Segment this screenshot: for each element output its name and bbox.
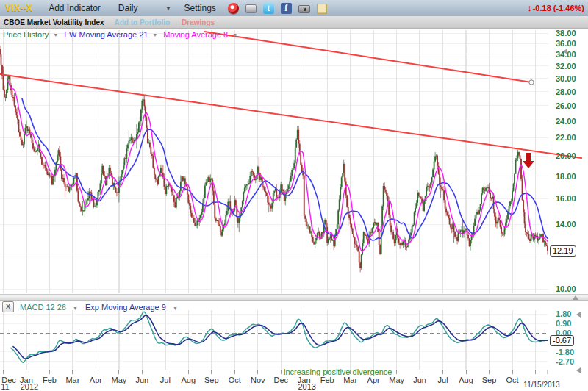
macd-close-button[interactable]: X xyxy=(2,301,14,312)
svg-text:18.00: 18.00 xyxy=(556,172,576,181)
toolbar-icons: t f xyxy=(228,3,327,14)
period-select[interactable]: Daily xyxy=(118,3,138,13)
svg-text:2013: 2013 xyxy=(298,382,315,391)
svg-text:Sep: Sep xyxy=(482,376,497,384)
svg-text:-2.70: -2.70 xyxy=(556,357,574,366)
svg-text:Aug: Aug xyxy=(459,376,473,384)
pane-divider[interactable] xyxy=(0,294,588,301)
last-price-box: 12.19 xyxy=(550,245,576,257)
macd-dropdown[interactable]: MACD 12 26 ▼ xyxy=(20,303,78,312)
ma8-caret-icon: ▼ xyxy=(232,32,237,37)
svg-text:16.00: 16.00 xyxy=(556,194,576,203)
svg-text:Mar: Mar xyxy=(343,376,357,384)
macd-label: MACD 12 26 xyxy=(20,303,66,312)
scroll-left3-icon[interactable] xyxy=(576,367,581,373)
period-caret-icon[interactable]: ▼ xyxy=(166,6,171,11)
scroll-left2-icon[interactable] xyxy=(576,312,581,318)
svg-text:Feb: Feb xyxy=(320,376,334,384)
svg-text:10.00: 10.00 xyxy=(556,284,576,293)
svg-text:28.00: 28.00 xyxy=(556,87,576,96)
scroll-left-icon[interactable] xyxy=(563,49,567,54)
price-chart-canvas[interactable]: 38.0036.0034.0032.0030.0028.0026.0024.00… xyxy=(0,0,588,391)
add-indicator-button[interactable]: Add Indicator xyxy=(49,3,101,13)
camera-icon[interactable] xyxy=(298,5,310,13)
svg-text:Jul: Jul xyxy=(438,376,448,384)
ma21-dropdown[interactable]: FW Moving Average 21 ▼ xyxy=(64,30,157,39)
macd-signal-caret-icon: ▼ xyxy=(173,306,178,311)
svg-text:11/15/2013: 11/15/2013 xyxy=(523,381,560,389)
svg-text:Jun: Jun xyxy=(413,376,426,384)
svg-text:2012: 2012 xyxy=(21,382,38,391)
ma8-label: Moving Average 8 xyxy=(163,30,228,39)
ma21-caret-icon: ▼ xyxy=(152,32,157,37)
alarm-clock-icon[interactable] xyxy=(228,3,239,14)
svg-text:38.00: 38.00 xyxy=(556,29,576,37)
svg-text:24.00: 24.00 xyxy=(556,117,576,126)
chart-legend: Price History ▼ FW Moving Average 21 ▼ M… xyxy=(3,30,243,39)
svg-text:Apr: Apr xyxy=(368,376,380,384)
change-value: -0.18 (-1.46%) xyxy=(533,4,584,12)
settings-button[interactable]: Settings xyxy=(184,3,215,13)
symbol-description: CBOE Market Volatility Index xyxy=(4,18,104,26)
charting-app-window: { "toolbar": { "symbol": "VIX--X", "add_… xyxy=(0,0,588,391)
svg-text:Dec: Dec xyxy=(273,376,288,384)
macd-signal-dropdown[interactable]: Exp Moving Average 9 ▼ xyxy=(82,303,178,312)
macd-signal-label: Exp Moving Average 9 xyxy=(85,303,166,312)
scroll-up-icon[interactable] xyxy=(573,295,578,300)
svg-text:Apr: Apr xyxy=(90,376,102,384)
svg-text:-1.80: -1.80 xyxy=(556,348,574,356)
svg-text:26.00: 26.00 xyxy=(556,101,576,110)
svg-text:36.00: 36.00 xyxy=(556,39,576,48)
price-history-caret-icon: ▼ xyxy=(53,32,58,37)
svg-text:Jul: Jul xyxy=(160,376,171,384)
main-toolbar: VIX--X Add Indicator Daily ▼ Settings t … xyxy=(0,0,588,17)
notepad-icon[interactable] xyxy=(317,4,327,14)
svg-text:30.00: 30.00 xyxy=(556,74,576,83)
svg-text:Feb: Feb xyxy=(43,376,57,384)
svg-text:Oct: Oct xyxy=(229,376,241,384)
chart-annotation: increasing positive divergence xyxy=(284,367,392,376)
macd-caret-icon: ▼ xyxy=(73,306,78,311)
svg-text:Aug: Aug xyxy=(182,376,196,384)
quote-change: ↓-0.18 (-1.46%) xyxy=(527,2,584,13)
svg-text:Mar: Mar xyxy=(65,376,79,384)
symbol-subheader: CBOE Market Volatility Index Add to Port… xyxy=(0,16,588,29)
macd-value-box: -0.67 xyxy=(550,335,574,346)
price-history-label: Price History xyxy=(3,30,49,39)
svg-text:1.80: 1.80 xyxy=(556,309,571,318)
drawings-link[interactable]: Drawings xyxy=(182,18,215,26)
facebook-icon[interactable]: f xyxy=(281,3,292,14)
down-arrow-icon: ↓ xyxy=(527,2,532,13)
svg-text:May: May xyxy=(389,376,404,384)
svg-text:14.00: 14.00 xyxy=(556,220,576,229)
printer-icon[interactable] xyxy=(245,4,257,13)
ma21-label: FW Moving Average 21 xyxy=(64,30,148,39)
svg-text:Nov: Nov xyxy=(251,376,265,384)
svg-text:22.00: 22.00 xyxy=(556,133,576,142)
svg-text:Jun: Jun xyxy=(135,376,148,384)
twitter-icon[interactable]: t xyxy=(263,3,274,14)
svg-text:Sep: Sep xyxy=(204,376,219,384)
svg-text:0.90: 0.90 xyxy=(556,319,571,328)
price-history-dropdown[interactable]: Price History ▼ xyxy=(3,30,58,39)
svg-text:May: May xyxy=(112,376,127,384)
macd-panel-header: X MACD 12 26 ▼ Exp Moving Average 9 ▼ xyxy=(2,301,178,312)
add-to-portfolio-link[interactable]: Add to Portfolio xyxy=(115,18,171,26)
svg-text:11: 11 xyxy=(1,382,9,391)
svg-text:20.00: 20.00 xyxy=(556,151,576,160)
symbol-label: VIX--X xyxy=(5,3,32,13)
svg-text:32.00: 32.00 xyxy=(556,62,576,71)
svg-text:Oct: Oct xyxy=(506,376,518,384)
ma8-dropdown[interactable]: Moving Average 8 ▼ xyxy=(163,30,237,39)
